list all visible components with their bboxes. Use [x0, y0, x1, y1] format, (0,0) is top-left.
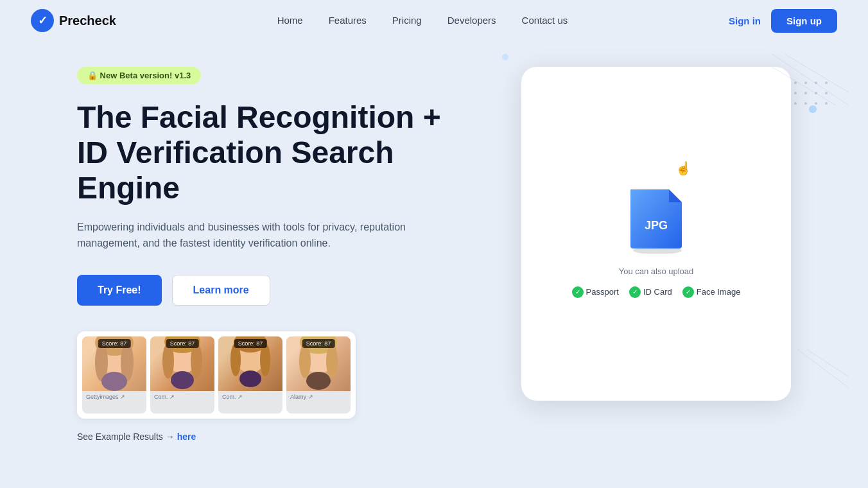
nav-developers[interactable]: Developers — [447, 15, 496, 26]
cursor-icon: ☝️ — [675, 161, 691, 176]
source-1: Gettyimages ↗ — [82, 391, 146, 401]
svg-line-26 — [807, 349, 849, 377]
nav-features[interactable]: Features — [329, 15, 367, 26]
thumbnails-row: Score: 87 Gettyimages ↗ Score: 87 — [77, 331, 356, 419]
svg-line-25 — [797, 349, 849, 388]
results-link[interactable]: here — [177, 431, 196, 442]
logo-text: Precheck — [59, 13, 116, 28]
svg-point-14 — [239, 370, 261, 387]
upload-info-text: You can also upload — [619, 266, 694, 276]
logo-icon: ✓ — [31, 9, 54, 32]
hero-subtitle: Empowering individuals and businesses wi… — [77, 219, 411, 252]
nav-actions: Sign in Sign up — [729, 9, 837, 33]
score-2: Score: 87 — [166, 339, 199, 348]
upload-tags: ✓ Passport ✓ ID Card ✓ Face Image — [572, 286, 741, 298]
thumbnail-3: Score: 87 Com. ↗ — [218, 336, 282, 414]
thumbnail-1: Score: 87 Gettyimages ↗ — [82, 336, 146, 414]
jpg-file-icon: ☝️ JPG — [624, 170, 688, 254]
deco-dot-left — [502, 54, 508, 60]
deco-dot-right — [809, 105, 817, 113]
hero-right: ☝️ JPG — [521, 67, 791, 401]
beta-badge: 🔒 New Beta version! v1.3 — [77, 67, 201, 84]
score-3: Score: 87 — [234, 339, 267, 348]
svg-point-17 — [299, 344, 311, 378]
nav-home[interactable]: Home — [277, 15, 303, 26]
nav-links: Home Features Pricing Developers Contact… — [277, 15, 568, 26]
tag-faceimage: ✓ Face Image — [682, 286, 741, 298]
see-results: See Example Results → here — [77, 431, 470, 442]
hero-title: The Facial Recognition + ID Verification… — [77, 100, 470, 206]
logo[interactable]: ✓ Precheck — [31, 9, 116, 32]
nav-pricing[interactable]: Pricing — [392, 15, 422, 26]
svg-point-18 — [326, 344, 338, 378]
svg-point-8 — [191, 343, 202, 379]
try-free-button[interactable]: Try Free! — [77, 275, 162, 306]
thumbnail-4: Score: 87 Alamy ↗ — [286, 336, 351, 414]
svg-line-23 — [785, 54, 849, 92]
check-faceimage: ✓ — [682, 286, 694, 298]
upload-panel: ☝️ JPG — [521, 67, 791, 401]
svg-point-7 — [162, 343, 174, 379]
tag-idcard: ✓ ID Card — [629, 286, 672, 298]
svg-text:JPG: JPG — [645, 219, 668, 232]
svg-point-19 — [306, 372, 331, 390]
thumbnail-2: Score: 87 Com. ↗ — [150, 336, 214, 414]
hero-title-line1: The Facial Recognition + — [77, 100, 441, 134]
score-4: Score: 87 — [302, 339, 335, 348]
source-4: Alamy ↗ — [286, 391, 351, 401]
source-2: Com. ↗ — [150, 391, 214, 401]
nav-contact[interactable]: Contact us — [522, 15, 568, 26]
svg-point-9 — [171, 371, 194, 389]
svg-point-4 — [101, 372, 127, 391]
hero-buttons: Try Free! Learn more — [77, 275, 470, 306]
hero-title-line2: ID Verification Search Engine — [77, 135, 394, 205]
navbar: ✓ Precheck Home Features Pricing Develop… — [0, 0, 868, 41]
signup-button[interactable]: Sign up — [771, 9, 837, 33]
score-1: Score: 87 — [98, 339, 131, 348]
hero-left: 🔒 New Beta version! v1.3 The Facial Reco… — [77, 67, 470, 442]
check-passport: ✓ — [572, 286, 584, 298]
hero-section: 🔒 New Beta version! v1.3 The Facial Reco… — [0, 41, 868, 442]
check-idcard: ✓ — [629, 286, 641, 298]
signin-button[interactable]: Sign in — [729, 15, 761, 26]
learn-more-button[interactable]: Learn more — [172, 275, 270, 306]
source-3: Com. ↗ — [218, 391, 282, 401]
tag-passport: ✓ Passport — [572, 286, 619, 298]
decorative-lines-bottom — [797, 349, 849, 390]
